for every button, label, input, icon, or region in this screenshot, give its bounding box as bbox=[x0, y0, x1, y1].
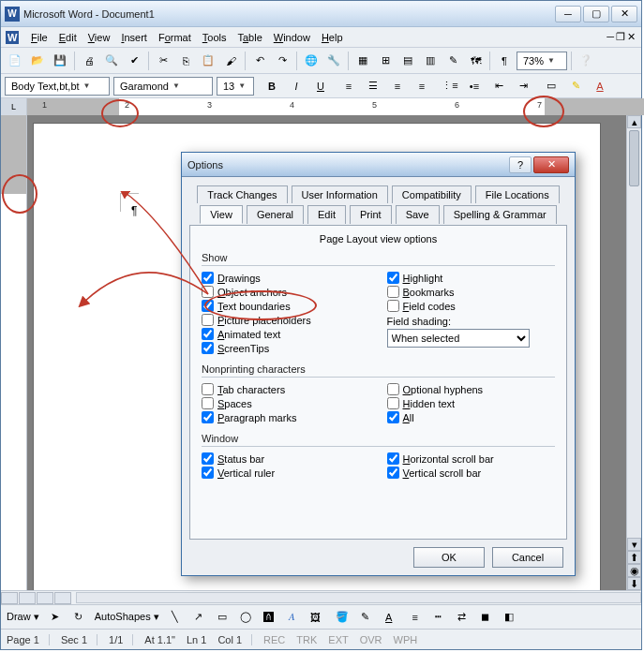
textbox-button[interactable]: 🅰 bbox=[259, 607, 279, 628]
ok-button[interactable]: OK bbox=[413, 547, 485, 568]
fill-color-button[interactable]: 🪣 bbox=[332, 607, 352, 628]
field-shading-select[interactable]: When selected bbox=[387, 329, 530, 348]
increase-indent-button[interactable]: ⇥ bbox=[513, 76, 533, 96]
insert-table-button[interactable]: ⊞ bbox=[375, 51, 396, 71]
font-color-button[interactable]: A bbox=[590, 76, 610, 96]
wordart-button[interactable]: 𝐴 bbox=[282, 607, 303, 628]
status-rec[interactable]: REC bbox=[263, 634, 285, 645]
chk-show-picture-placeholders[interactable]: Picture placeholders bbox=[202, 314, 370, 326]
dialog-close-button[interactable]: ✕ bbox=[533, 156, 569, 173]
cancel-button[interactable]: Cancel bbox=[492, 547, 563, 568]
close-button[interactable]: ✕ bbox=[611, 6, 637, 22]
align-right-button[interactable]: ≡ bbox=[387, 76, 408, 96]
select-browse-button[interactable]: ◉ bbox=[627, 564, 641, 577]
chk-show-checkbox-5[interactable] bbox=[202, 342, 214, 354]
doc-close-button[interactable]: ✕ bbox=[627, 31, 636, 43]
zoom-combo[interactable]: 73%▼ bbox=[517, 52, 567, 70]
scroll-up-button[interactable]: ▴ bbox=[627, 115, 641, 128]
copy-button[interactable]: ⎘ bbox=[175, 51, 196, 71]
dash-style-button[interactable]: ┅ bbox=[428, 607, 449, 628]
chk-nonprint-checkbox-2[interactable] bbox=[387, 411, 399, 423]
tab-track-changes[interactable]: Track Changes bbox=[197, 185, 287, 203]
chk-window-vertical-ruler[interactable]: Vertical ruler bbox=[202, 467, 370, 479]
doc-restore-button[interactable]: ❐ bbox=[616, 31, 625, 43]
redo-button[interactable]: ↷ bbox=[272, 51, 292, 71]
align-justify-button[interactable]: ≡ bbox=[412, 76, 432, 96]
tab-print[interactable]: Print bbox=[350, 205, 392, 224]
tab-user-information[interactable]: User Information bbox=[292, 185, 388, 203]
horizontal-scrollbar[interactable] bbox=[76, 592, 641, 603]
columns-button[interactable]: ▥ bbox=[420, 51, 441, 71]
clipart-button[interactable]: 🖼 bbox=[306, 607, 326, 628]
menu-insert[interactable]: Insert bbox=[115, 30, 153, 45]
bullet-list-button[interactable]: •≡ bbox=[464, 76, 485, 96]
bold-button[interactable]: B bbox=[262, 76, 282, 96]
tab-spelling-grammar[interactable]: Spelling & Grammar bbox=[443, 205, 557, 224]
tab-edit[interactable]: Edit bbox=[307, 205, 346, 224]
menu-file[interactable]: File bbox=[25, 30, 53, 45]
line-button[interactable]: ╲ bbox=[165, 607, 186, 628]
chk-show-drawings[interactable]: Drawings bbox=[202, 272, 370, 284]
undo-button[interactable]: ↶ bbox=[249, 51, 270, 71]
status-ovr[interactable]: OVR bbox=[360, 634, 382, 645]
chk-show-checkbox-0[interactable] bbox=[202, 272, 214, 284]
chk-nonprint-spaces[interactable]: Spaces bbox=[202, 397, 370, 409]
status-trk[interactable]: TRK bbox=[296, 634, 317, 645]
print-button[interactable]: 🖨 bbox=[79, 51, 99, 71]
select-objects-button[interactable]: ➤ bbox=[45, 607, 66, 628]
help-button[interactable]: ❔ bbox=[576, 51, 596, 71]
chk-show-text-boundaries[interactable]: Text boundaries bbox=[202, 300, 370, 312]
fontsize-combo[interactable]: 13▼ bbox=[217, 77, 254, 96]
cut-button[interactable]: ✂ bbox=[153, 51, 173, 71]
menu-help[interactable]: Help bbox=[316, 30, 349, 45]
chk-show-checkbox-2[interactable] bbox=[202, 300, 214, 312]
document-map-button[interactable]: 🗺 bbox=[465, 51, 486, 71]
scroll-down-button[interactable]: ▾ bbox=[627, 538, 641, 551]
print-preview-button[interactable]: 🔍 bbox=[101, 51, 122, 71]
chk-window-vertical-scroll-bar[interactable]: Vertical scroll bar bbox=[387, 467, 556, 479]
minimize-button[interactable]: ─ bbox=[555, 6, 581, 22]
chk-window-checkbox-0[interactable] bbox=[387, 452, 399, 465]
italic-button[interactable]: I bbox=[286, 76, 307, 96]
font-color-draw-button[interactable]: A bbox=[379, 607, 399, 628]
underline-button[interactable]: U bbox=[310, 76, 331, 96]
spell-check-button[interactable]: ✔ bbox=[124, 51, 144, 71]
font-combo[interactable]: Garamond▼ bbox=[113, 77, 213, 96]
shadow-button[interactable]: ◼ bbox=[475, 607, 496, 628]
chk-show-checkbox-1[interactable] bbox=[202, 286, 214, 298]
menu-table[interactable]: Table bbox=[232, 30, 267, 45]
menu-view[interactable]: View bbox=[82, 30, 116, 45]
chk-show-object-anchors[interactable]: Object anchors bbox=[202, 286, 370, 298]
save-button[interactable]: 💾 bbox=[50, 51, 70, 71]
chk-show-bookmarks[interactable]: Bookmarks bbox=[387, 286, 556, 298]
chk-show-screentips[interactable]: ScreenTips bbox=[202, 342, 370, 354]
chk-nonprint-checkbox-2[interactable] bbox=[202, 411, 214, 423]
next-page-button[interactable]: ⬇ bbox=[627, 577, 641, 590]
excel-button[interactable]: ▤ bbox=[397, 51, 418, 71]
maximize-button[interactable]: ▢ bbox=[583, 6, 609, 22]
new-button[interactable]: 📄 bbox=[5, 51, 25, 71]
tab-view[interactable]: View bbox=[200, 205, 243, 224]
chk-show-animated-text[interactable]: Animated text bbox=[202, 328, 370, 340]
tab-general[interactable]: General bbox=[247, 205, 304, 224]
pagelayout-view-button[interactable] bbox=[37, 592, 53, 604]
open-button[interactable]: 📂 bbox=[27, 51, 48, 71]
chk-nonprint-checkbox-0[interactable] bbox=[202, 383, 214, 395]
3d-button[interactable]: ◧ bbox=[499, 607, 519, 628]
tables-borders-button[interactable]: ▦ bbox=[352, 51, 373, 71]
prev-page-button[interactable]: ⬆ bbox=[627, 551, 641, 564]
chk-nonprint-paragraph-marks[interactable]: Paragraph marks bbox=[202, 411, 370, 423]
chk-window-checkbox-1[interactable] bbox=[202, 467, 214, 479]
oval-button[interactable]: ◯ bbox=[235, 607, 256, 628]
outline-view-button[interactable] bbox=[54, 592, 71, 604]
weblayout-view-button[interactable] bbox=[19, 592, 36, 604]
normal-view-button[interactable] bbox=[1, 592, 18, 604]
chk-nonprint-checkbox-1[interactable] bbox=[387, 397, 399, 409]
align-left-button[interactable]: ≡ bbox=[338, 76, 359, 96]
web-toolbar-button[interactable]: 🔧 bbox=[323, 51, 344, 71]
vertical-ruler[interactable] bbox=[1, 115, 26, 590]
style-combo[interactable]: Body Text,bt,bt▼ bbox=[5, 77, 110, 96]
menu-format[interactable]: Format bbox=[153, 30, 197, 45]
chk-window-checkbox-1[interactable] bbox=[387, 467, 399, 479]
chk-window-horizontal-scroll-bar[interactable]: Horizontal scroll bar bbox=[387, 452, 556, 465]
